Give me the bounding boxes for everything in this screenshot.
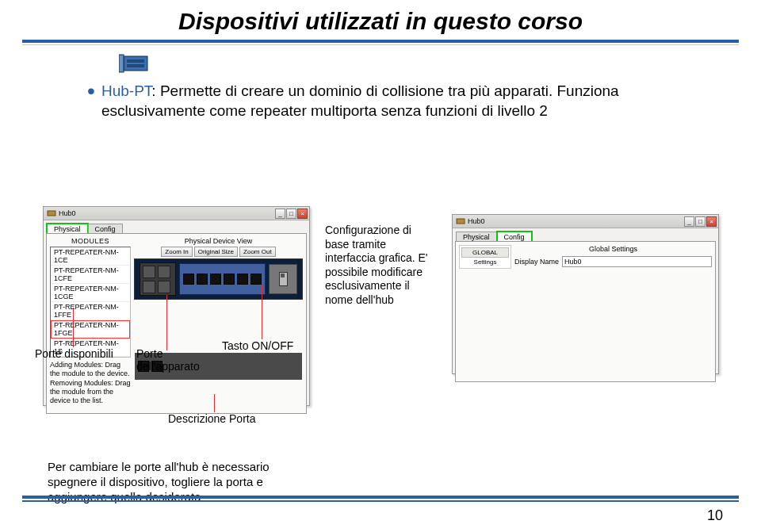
svg-rect-3 [127,64,144,67]
power-toggle[interactable] [279,272,288,286]
zoom-in-button[interactable]: Zoom In [161,247,192,257]
physical-view-title: Physical Device View [134,237,303,245]
label-porte-disponibili: Porte disponibili [35,347,113,360]
tab-strip: Physical Config [44,220,309,233]
svg-rect-5 [457,219,465,224]
module-slots[interactable] [140,262,176,296]
port-rack[interactable] [179,263,266,295]
zoom-row: Zoom In Original Size Zoom Out [134,247,303,257]
minimize-button[interactable]: _ [275,209,285,219]
module-item-selected[interactable]: PT-REPEATER-NM-1FGE [51,320,130,339]
svg-rect-4 [48,211,55,216]
close-button[interactable]: × [297,209,308,219]
module-item[interactable]: PT-REPEATER-NM-1CGE [51,284,130,302]
zoom-out-button[interactable]: Zoom Out [239,247,276,257]
hub-icon [119,53,154,75]
device-chassis [134,258,303,300]
hub-physical-window: Hub0 _ □ × Physical Config MODULES PT-RE… [43,206,310,406]
bullet-1: Hub-PT: Permette di creare un dominio di… [87,82,713,121]
port[interactable] [224,274,235,285]
maximize-button[interactable]: □ [695,216,706,227]
modules-list: PT-REPEATER-NM-1CE PT-REPEATER-NM-1CFE P… [50,247,131,358]
close-button[interactable]: × [706,216,717,227]
slide-title: Dispositivi utilizzati in questo corso [0,0,761,40]
label-tasto-onoff: Tasto ON/OFF [222,339,293,352]
window-title: Hub0 [468,217,485,225]
physical-view: Physical Device View Zoom In Original Si… [134,237,303,410]
label-descrizione-porta: Descrizione Porta [168,412,256,425]
display-name-input[interactable] [562,256,712,267]
hub-config-window: Hub0 _ □ × Physical Config GLOBAL Settin… [452,214,719,374]
module-item[interactable]: PT-REPEATER-NM-1FFE [51,302,130,320]
hubpt-label: Hub-PT [101,82,151,99]
window-title: Hub0 [59,209,76,217]
module-item[interactable]: PT-REPEATER-NM-1CE [51,247,130,266]
footer-rule-thick [22,496,739,499]
footer-rule-thin [22,500,739,502]
window-controls: _ □ × [275,209,308,219]
arrow-descrizione-porta [214,394,215,412]
port[interactable] [210,274,221,285]
port[interactable] [237,274,248,285]
svg-rect-1 [119,55,124,72]
window-icon [47,209,56,218]
port[interactable] [250,274,262,285]
tab-strip: Physical Config [453,228,718,241]
sidebar-settings[interactable]: Settings [461,258,509,266]
svg-rect-2 [127,59,144,63]
bullet-list: Hub-PT: Permette di creare un dominio di… [55,82,713,121]
title-subrule [22,44,739,45]
window-titlebar: Hub0 _ □ × [453,215,718,228]
arrow-porte-apparato [166,295,167,350]
modules-panel: MODULES PT-REPEATER-NM-1CE PT-REPEATER-N… [50,237,131,410]
physical-body: MODULES PT-REPEATER-NM-1CE PT-REPEATER-N… [46,233,307,414]
module-help: Adding Modules: Drag the module to the d… [50,361,131,405]
module-item[interactable]: PT-REPEATER-NM-1CFE [51,266,130,284]
bullet-1-text: : Permette di creare un dominio di colli… [101,82,619,119]
svg-rect-0 [124,56,147,71]
zoom-original-button[interactable]: Original Size [194,247,238,257]
config-body: GLOBAL Settings Global Settings Display … [455,241,716,382]
global-settings-title: Global Settings [514,245,712,253]
device-icon-row [119,53,761,78]
port[interactable] [197,274,208,285]
minimize-button[interactable]: _ [684,216,694,227]
title-rule [22,40,739,43]
modules-heading: MODULES [50,237,131,245]
sidebar-global[interactable]: GLOBAL [461,247,509,258]
config-main: Global Settings Display Name [514,245,712,269]
maximize-button[interactable]: □ [286,209,296,219]
port[interactable] [183,274,194,285]
page-number: 10 [707,507,723,524]
arrow-tasto-onoff [262,285,262,339]
window-icon [456,216,465,226]
label-porte-apparato: Porte dell'apparato [136,347,208,373]
power-switch-panel[interactable] [269,264,297,294]
config-sidebar: GLOBAL Settings [459,245,511,269]
window-controls: _ □ × [684,216,717,227]
display-name-label: Display Name [514,258,559,266]
window-titlebar: Hub0 _ □ × [44,207,309,220]
label-configurazione: Configurazione di base tramite interfacc… [325,224,436,307]
arrow-porte-disponibili [73,308,74,347]
